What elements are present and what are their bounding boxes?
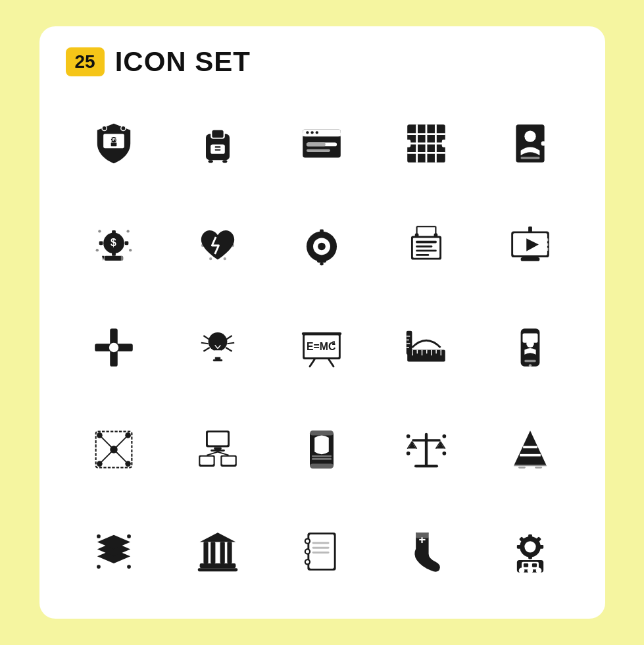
svg-rect-193	[540, 545, 544, 549]
svg-text:2: 2	[332, 340, 335, 346]
svg-point-181	[305, 560, 310, 565]
svg-rect-10	[209, 160, 213, 163]
svg-rect-111	[407, 331, 412, 355]
svg-rect-183	[312, 547, 330, 549]
svg-rect-75	[528, 226, 532, 232]
svg-rect-60	[320, 263, 324, 265]
svg-point-153	[407, 434, 410, 438]
svg-text:E=MC: E=MC	[307, 341, 335, 352]
svg-rect-109	[435, 350, 436, 354]
svg-point-4	[120, 126, 125, 130]
svg-point-169	[127, 534, 131, 538]
icon-atm-card	[482, 300, 578, 394]
svg-rect-113	[407, 340, 409, 340]
svg-rect-94	[215, 357, 221, 359]
svg-rect-42	[104, 256, 123, 261]
icon-grid: GDPR	[66, 96, 579, 599]
svg-point-189	[525, 542, 536, 553]
svg-rect-138	[222, 457, 235, 465]
svg-rect-136	[200, 457, 213, 465]
svg-rect-59	[317, 259, 326, 263]
svg-rect-143	[310, 464, 334, 469]
svg-line-139	[207, 452, 218, 455]
svg-rect-119	[525, 360, 536, 363]
icon-notebook	[274, 505, 370, 599]
svg-point-168	[97, 534, 101, 538]
svg-point-47	[95, 249, 98, 251]
icon-emc-board: E=MC 2	[274, 300, 370, 394]
icon-broken-heart	[170, 198, 266, 292]
svg-rect-108	[431, 350, 432, 356]
svg-rect-41	[124, 241, 128, 245]
icon-sock	[378, 505, 474, 599]
svg-point-180	[305, 550, 310, 554]
svg-rect-144	[312, 455, 332, 457]
icon-alarm-bell	[274, 198, 370, 292]
svg-rect-133	[214, 448, 222, 450]
icon-prayer-mat	[274, 403, 370, 497]
svg-rect-39	[112, 252, 116, 256]
svg-point-35	[541, 141, 546, 145]
icon-filter-grid	[378, 96, 474, 190]
svg-line-128	[114, 436, 128, 450]
svg-rect-175	[200, 563, 236, 568]
svg-point-48	[129, 249, 132, 251]
icon-ruler-curve	[378, 300, 474, 394]
icon-browser-loading	[274, 96, 370, 190]
svg-rect-2	[111, 142, 116, 146]
svg-point-179	[305, 539, 310, 544]
svg-rect-30	[405, 140, 410, 147]
svg-rect-146	[425, 433, 428, 466]
svg-rect-191	[528, 555, 532, 559]
svg-point-52	[232, 244, 234, 247]
svg-point-83	[209, 332, 228, 351]
svg-line-88	[201, 343, 209, 344]
page-title: ICON SET	[115, 46, 251, 78]
svg-point-166	[97, 565, 101, 569]
svg-rect-176	[198, 569, 237, 572]
svg-line-89	[227, 343, 234, 344]
icon-bug-idea	[170, 300, 266, 394]
icon-count-badge: 25	[66, 47, 105, 76]
svg-line-100	[310, 359, 314, 367]
svg-marker-43	[102, 256, 105, 261]
svg-point-154	[442, 434, 446, 438]
svg-rect-190	[528, 534, 532, 538]
svg-point-54	[224, 257, 226, 260]
svg-line-127	[99, 436, 114, 450]
svg-rect-148	[412, 439, 440, 442]
svg-rect-115	[407, 347, 409, 348]
svg-point-51	[201, 244, 204, 247]
icon-contact-card	[482, 96, 578, 190]
svg-point-155	[407, 452, 410, 455]
svg-rect-38	[112, 230, 116, 234]
svg-rect-192	[517, 545, 521, 549]
svg-rect-22	[307, 149, 330, 151]
svg-rect-21	[307, 142, 326, 146]
svg-rect-107	[426, 350, 427, 354]
svg-line-90	[203, 348, 209, 351]
svg-line-91	[226, 348, 232, 351]
svg-point-49	[203, 234, 206, 236]
svg-rect-147	[414, 465, 438, 467]
icon-backpack	[170, 96, 266, 190]
svg-line-140	[218, 452, 229, 455]
svg-rect-13	[215, 149, 221, 150]
svg-rect-112	[407, 336, 410, 336]
svg-rect-34	[521, 157, 540, 159]
svg-rect-11	[222, 160, 227, 163]
svg-point-18	[311, 131, 314, 134]
svg-rect-145	[312, 458, 332, 460]
svg-point-45	[98, 230, 101, 232]
svg-rect-70	[416, 249, 437, 251]
svg-rect-201	[524, 563, 528, 567]
svg-line-130	[114, 450, 128, 464]
svg-rect-79	[545, 247, 548, 250]
svg-point-53	[209, 257, 212, 260]
svg-rect-161	[518, 467, 526, 469]
svg-point-156	[442, 452, 446, 455]
svg-rect-134	[211, 450, 225, 452]
svg-marker-157	[514, 430, 547, 466]
svg-rect-102	[302, 332, 341, 335]
svg-rect-114	[407, 344, 410, 344]
